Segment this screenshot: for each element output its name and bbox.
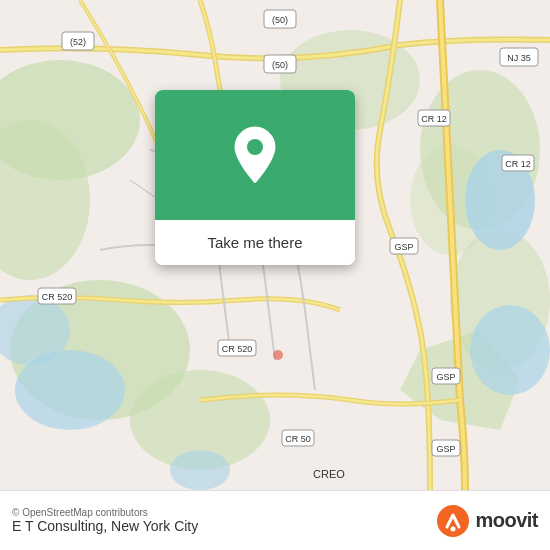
- svg-text:GSP: GSP: [436, 372, 455, 382]
- bottom-left: © OpenStreetMap contributors E T Consult…: [12, 507, 198, 534]
- svg-text:CR 12: CR 12: [421, 114, 447, 124]
- svg-text:CR 520: CR 520: [42, 292, 73, 302]
- moovit-text: moovit: [475, 509, 538, 532]
- moovit-icon: [437, 505, 469, 537]
- attribution-text: © OpenStreetMap contributors: [12, 507, 198, 518]
- popup-button-label: Take me there: [207, 234, 302, 251]
- svg-text:(52): (52): [70, 37, 86, 47]
- svg-text:CR 520: CR 520: [222, 344, 253, 354]
- map-container: (52) (50) (50) NJ 35 CR 12 CR 12 CR 520 …: [0, 0, 550, 490]
- svg-text:(50): (50): [272, 15, 288, 25]
- location-title: E T Consulting, New York City: [12, 518, 198, 534]
- svg-text:CR 12: CR 12: [505, 159, 531, 169]
- svg-text:(50): (50): [272, 60, 288, 70]
- popup-green-area: [155, 90, 355, 220]
- svg-point-40: [273, 350, 283, 360]
- location-pin-icon: [230, 125, 280, 185]
- svg-point-14: [170, 450, 230, 490]
- bottom-bar: © OpenStreetMap contributors E T Consult…: [0, 490, 550, 550]
- svg-text:NJ 35: NJ 35: [507, 53, 531, 63]
- popup-card: Take me there: [155, 90, 355, 265]
- moovit-logo: moovit: [437, 505, 538, 537]
- svg-text:GSP: GSP: [394, 242, 413, 252]
- svg-text:GSP: GSP: [436, 444, 455, 454]
- svg-point-11: [470, 305, 550, 395]
- svg-text:CR 50: CR 50: [285, 434, 311, 444]
- svg-point-43: [451, 526, 456, 531]
- take-me-there-button[interactable]: Take me there: [155, 220, 355, 265]
- svg-point-42: [437, 505, 469, 537]
- svg-text:CREO: CREO: [313, 468, 345, 480]
- svg-point-41: [247, 139, 263, 155]
